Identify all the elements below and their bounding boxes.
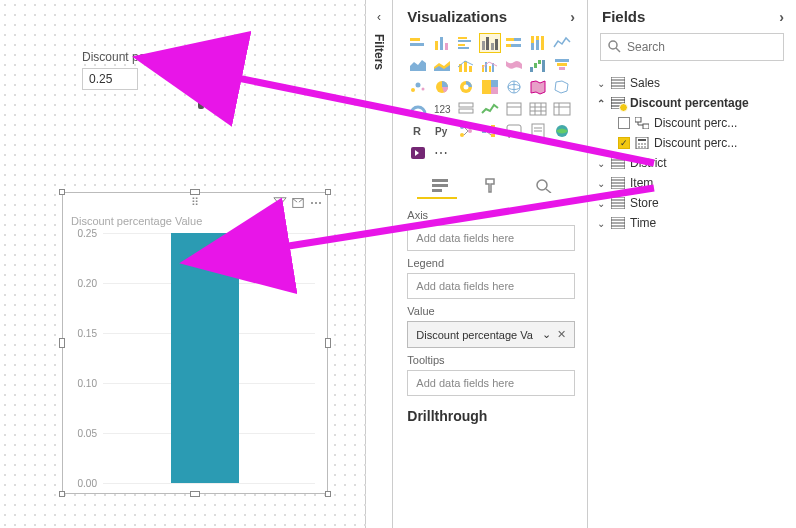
svg-rect-1 xyxy=(410,38,420,41)
chevron-down-icon: ⌄ xyxy=(596,78,606,89)
svg-rect-3 xyxy=(435,41,438,50)
svg-text:R: R xyxy=(413,125,421,137)
search-input[interactable] xyxy=(627,40,777,54)
stacked-bar-icon[interactable] xyxy=(407,33,429,53)
svg-rect-52 xyxy=(507,103,521,115)
svg-rect-9 xyxy=(458,47,469,49)
table-node-store[interactable]: ⌄ Store xyxy=(594,193,790,213)
svg-rect-22 xyxy=(541,36,544,50)
chevron-down-icon: ⌄ xyxy=(596,218,606,229)
svg-rect-19 xyxy=(531,43,534,50)
format-tab-icon[interactable] xyxy=(479,175,505,195)
donut-icon[interactable] xyxy=(455,77,477,97)
field-checkbox-checked[interactable] xyxy=(618,137,630,149)
legend-well[interactable]: Add data fields here xyxy=(407,273,575,299)
resize-handle[interactable] xyxy=(190,491,200,497)
chevron-right-icon[interactable]: › xyxy=(570,9,575,25)
area-chart-icon[interactable] xyxy=(407,55,429,75)
qna-icon[interactable] xyxy=(503,121,525,141)
slider-handle[interactable] xyxy=(198,95,204,109)
funnel-icon[interactable] xyxy=(551,55,573,75)
analytics-tab-icon[interactable] xyxy=(531,175,557,195)
power-apps-icon[interactable] xyxy=(407,143,429,163)
svg-point-42 xyxy=(464,85,469,90)
resize-handle[interactable] xyxy=(325,338,331,348)
get-more-visuals-icon[interactable]: ⋯ xyxy=(431,143,453,163)
line-stacked-column-icon[interactable] xyxy=(455,55,477,75)
resize-handle[interactable] xyxy=(59,491,65,497)
treemap-icon[interactable] xyxy=(479,77,501,97)
tooltips-well[interactable]: Add data fields here xyxy=(407,370,575,396)
stacked-column-icon[interactable] xyxy=(431,33,453,53)
decomposition-tree-icon[interactable] xyxy=(479,121,501,141)
resize-handle[interactable] xyxy=(59,338,65,348)
slicer-value-input[interactable]: 0.25 xyxy=(82,68,138,90)
svg-line-72 xyxy=(486,126,491,131)
report-canvas[interactable]: Discount percentage 0.25 ⠿ ⋯ Discount pe… xyxy=(0,0,366,528)
matrix-icon[interactable] xyxy=(551,99,573,119)
arcgis-map-icon[interactable] xyxy=(551,121,573,141)
clustered-bar-icon[interactable] xyxy=(455,33,477,53)
scatter-icon[interactable] xyxy=(407,77,429,97)
table-node-district[interactable]: ⌄ District xyxy=(594,153,790,173)
axis-well[interactable]: Add data fields here xyxy=(407,225,575,251)
svg-rect-81 xyxy=(432,184,448,187)
stacked-column-100-icon[interactable] xyxy=(527,33,549,53)
clustered-column-icon[interactable] xyxy=(479,33,501,53)
table-node-sales[interactable]: ⌄ Sales xyxy=(594,73,790,93)
map-icon[interactable] xyxy=(503,77,525,97)
table-icon[interactable] xyxy=(527,99,549,119)
svg-rect-6 xyxy=(458,37,467,39)
filters-label: Filters xyxy=(372,34,386,70)
kpi-icon[interactable] xyxy=(479,99,501,119)
fields-tab-icon[interactable] xyxy=(427,175,453,195)
paginated-report-icon[interactable] xyxy=(527,121,549,141)
focus-mode-icon[interactable] xyxy=(291,196,305,210)
table-node-time[interactable]: ⌄ Time xyxy=(594,213,790,233)
fields-search[interactable] xyxy=(600,33,784,61)
python-visual-icon[interactable]: Py xyxy=(431,121,453,141)
visualizations-pane: Visualizations › xyxy=(393,0,588,528)
resize-handle[interactable] xyxy=(59,189,65,195)
line-chart-icon[interactable] xyxy=(551,33,573,53)
bar-chart-visual[interactable]: ⠿ ⋯ Discount percentage Value 0.000.050.… xyxy=(62,192,328,494)
stacked-area-icon[interactable] xyxy=(431,55,453,75)
filter-icon[interactable] xyxy=(273,196,287,210)
table-node-discount-percentage[interactable]: ⌃ Discount percentage xyxy=(594,93,790,113)
slicer-icon[interactable] xyxy=(503,99,525,119)
r-visual-icon[interactable]: R xyxy=(407,121,429,141)
card-icon[interactable]: 123 xyxy=(431,99,453,119)
visual-title: Discount percentage Value xyxy=(63,213,327,229)
svg-rect-33 xyxy=(542,60,545,72)
bar[interactable] xyxy=(171,233,239,483)
ribbon-chart-icon[interactable] xyxy=(503,55,525,75)
chevron-right-icon[interactable]: › xyxy=(779,9,784,25)
filled-map-icon[interactable] xyxy=(527,77,549,97)
svg-line-68 xyxy=(464,131,468,135)
drag-handle-icon[interactable]: ⠿ xyxy=(191,196,200,209)
field-node-discount-value[interactable]: Discount perc... xyxy=(594,133,790,153)
remove-field-icon[interactable]: ✕ xyxy=(557,328,566,341)
field-checkbox[interactable] xyxy=(618,117,630,129)
svg-rect-12 xyxy=(491,43,494,50)
line-clustered-column-icon[interactable] xyxy=(479,55,501,75)
shape-map-icon[interactable] xyxy=(551,77,573,97)
field-node-discount-perc[interactable]: Discount perc... xyxy=(594,113,790,133)
key-influencers-icon[interactable] xyxy=(455,121,477,141)
chevron-down-icon[interactable]: ⌄ xyxy=(542,328,551,341)
multi-row-card-icon[interactable] xyxy=(455,99,477,119)
svg-rect-96 xyxy=(643,124,649,129)
resize-handle[interactable] xyxy=(325,491,331,497)
gauge-icon[interactable] xyxy=(407,99,429,119)
resize-handle[interactable] xyxy=(325,189,331,195)
value-well[interactable]: Discount percentage Va ⌄ ✕ xyxy=(407,321,575,348)
pie-icon[interactable] xyxy=(431,77,453,97)
stacked-bar-100-icon[interactable] xyxy=(503,33,525,53)
slicer-visual[interactable]: Discount percentage 0.25 xyxy=(82,50,192,90)
table-node-item[interactable]: ⌄ Item xyxy=(594,173,790,193)
waterfall-icon[interactable] xyxy=(527,55,549,75)
resize-handle[interactable] xyxy=(190,189,200,195)
value-well-label: Value xyxy=(407,305,575,317)
more-options-icon[interactable]: ⋯ xyxy=(309,196,323,210)
svg-rect-70 xyxy=(491,125,495,128)
